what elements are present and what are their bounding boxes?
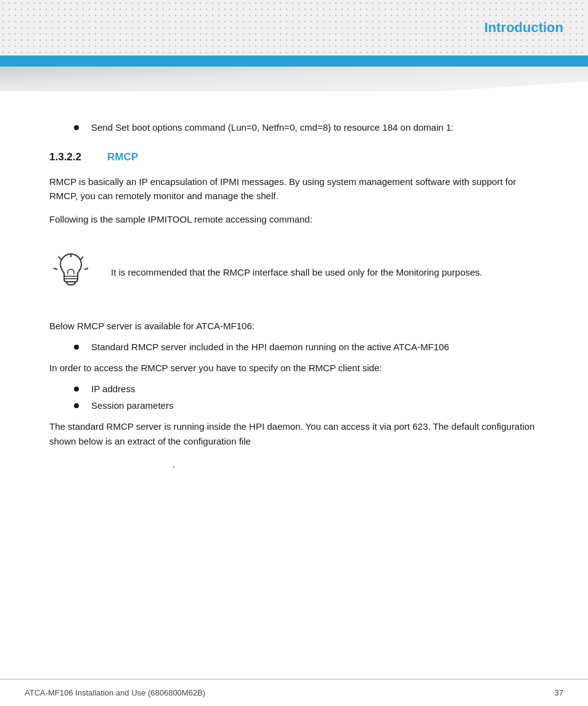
list-item-ip-text: IP address: [91, 384, 135, 394]
main-content: Send Set boot options command (Lun=0, Ne…: [0, 91, 588, 504]
section-heading-rmcp: 1.3.2.2 RMCP: [49, 151, 539, 163]
list-item-session-text: Session parameters: [91, 400, 173, 411]
svg-line-2: [84, 268, 88, 269]
footer: ATCA-MF106 Installation and Use (6806800…: [0, 679, 588, 706]
footer-left: ATCA-MF106 Installation and Use (6806800…: [25, 688, 205, 697]
intro-bullet: Send Set boot options command (Lun=0, Ne…: [74, 122, 539, 133]
section-para5-text: The standard RMCP server is running insi…: [49, 421, 534, 446]
section-number: 1.3.2.2: [49, 151, 92, 163]
header: Introduction: [0, 0, 588, 55]
list-item-ip: IP address: [74, 384, 539, 394]
footer-right: 37: [555, 688, 563, 697]
section-para3: Below RMCP server is available for ATCA-…: [49, 319, 539, 333]
intro-bullet-text: Send Set boot options command (Lun=0, Ne…: [91, 122, 454, 133]
svg-line-1: [81, 257, 83, 260]
list-item-session: Session parameters: [74, 400, 539, 411]
svg-line-3: [59, 257, 61, 260]
section-para5-dot: .: [49, 457, 539, 471]
tip-box: It is recommended that the RMCP interfac…: [49, 245, 539, 300]
section-para5-dot-text: .: [173, 459, 175, 469]
tip-text: It is recommended that the RMCP interfac…: [111, 265, 483, 279]
list-item-text: Standard RMCP server included in the HPI…: [91, 342, 449, 352]
section-para5: The standard RMCP server is running insi…: [49, 419, 539, 448]
section-para4: In order to access the RMCP server you h…: [49, 361, 539, 375]
section-para2: Following is the sample IPMITOOL remote …: [49, 212, 539, 226]
list-client-side: IP address Session parameters: [74, 384, 539, 411]
list-dot-ip: [74, 387, 79, 392]
svg-line-4: [54, 268, 57, 269]
section-title-rmcp: RMCP: [107, 151, 138, 163]
gray-stripe: [0, 67, 588, 91]
list-item: Standard RMCP server included in the HPI…: [74, 342, 539, 352]
list-dot-session: [74, 403, 79, 408]
page-title: Introduction: [484, 20, 563, 36]
bullet-dot: [74, 125, 79, 130]
lightbulb-icon: [49, 251, 92, 294]
section-para1: RMCP is basically an IP encapsulation of…: [49, 174, 539, 203]
blue-banner: [0, 55, 588, 67]
list-dot: [74, 345, 79, 350]
list-rmcp-servers: Standard RMCP server included in the HPI…: [74, 342, 539, 352]
